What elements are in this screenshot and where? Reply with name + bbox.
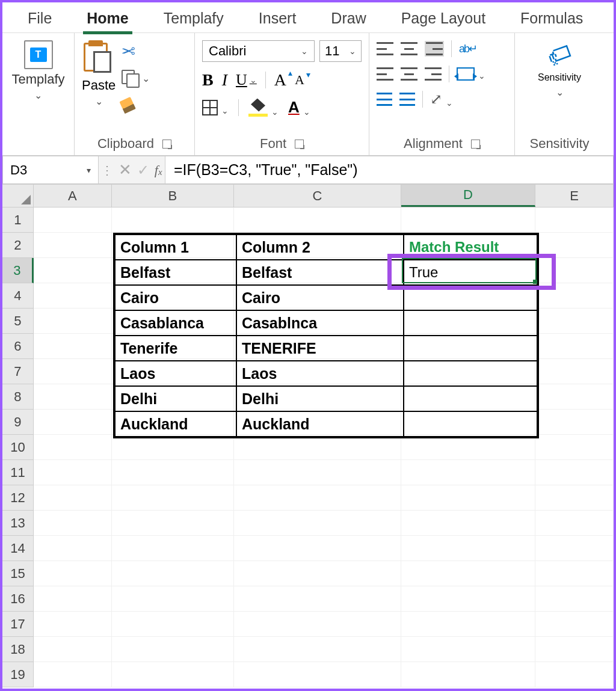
cell[interactable]: [535, 460, 614, 485]
row-header-11[interactable]: 11: [2, 460, 34, 485]
cell[interactable]: [234, 207, 401, 233]
tab-insert[interactable]: Insert: [255, 7, 300, 33]
cell[interactable]: [401, 207, 536, 233]
table-cell[interactable]: Belfast: [115, 260, 236, 285]
row-header-15[interactable]: 15: [2, 561, 34, 586]
cell[interactable]: [401, 511, 536, 536]
col-header-A[interactable]: A: [34, 185, 112, 207]
cell[interactable]: [34, 536, 112, 561]
cell[interactable]: [535, 283, 614, 309]
wrap-text-button[interactable]: ab↵: [459, 42, 476, 55]
cell[interactable]: [34, 460, 112, 485]
table-cell[interactable]: [404, 361, 537, 386]
row-header-19[interactable]: 19: [2, 662, 34, 687]
table-cell[interactable]: Auckland: [115, 411, 236, 437]
formula-input[interactable]: =IF(B3=C3, "True", "False"): [165, 156, 614, 184]
cell[interactable]: [401, 435, 536, 460]
cell[interactable]: [535, 612, 614, 637]
align-right-button[interactable]: [425, 67, 442, 81]
dialog-launcher-icon[interactable]: [295, 140, 304, 149]
italic-button[interactable]: I: [222, 70, 227, 90]
table-cell[interactable]: Cairo: [115, 285, 236, 310]
cell[interactable]: [535, 384, 614, 410]
row-header-13[interactable]: 13: [2, 511, 34, 536]
table-cell[interactable]: Cairo: [236, 285, 404, 310]
cell[interactable]: [535, 410, 614, 435]
templafy-button[interactable]: T Templafy ⌄: [10, 40, 67, 101]
borders-button[interactable]: ⌄: [202, 100, 229, 115]
cell[interactable]: [401, 612, 536, 637]
fill-color-button[interactable]: ⌄: [248, 99, 279, 117]
cell[interactable]: [34, 233, 112, 258]
cell[interactable]: [34, 485, 112, 511]
dialog-launcher-icon[interactable]: [471, 140, 480, 149]
table-cell[interactable]: [404, 411, 537, 437]
tab-page-layout[interactable]: Page Layout: [398, 7, 489, 33]
cell[interactable]: [234, 536, 401, 561]
cell[interactable]: [535, 309, 614, 334]
cell[interactable]: [112, 637, 235, 662]
name-box[interactable]: D3 ▾: [2, 156, 99, 184]
table-cell[interactable]: [404, 386, 537, 411]
bold-button[interactable]: B: [202, 70, 214, 90]
table-cell[interactable]: Casablnca: [236, 310, 404, 336]
orientation-button[interactable]: ⤢⌄: [430, 91, 453, 108]
font-color-button[interactable]: A⌄: [288, 98, 310, 117]
cell[interactable]: [34, 359, 112, 384]
cell[interactable]: [234, 637, 401, 662]
row-header-17[interactable]: 17: [2, 612, 34, 637]
cell[interactable]: [34, 637, 112, 662]
merge-button[interactable]: ⌄: [457, 67, 485, 81]
cancel-formula-button[interactable]: ✕: [119, 161, 132, 179]
table-cell[interactable]: Delhi: [236, 386, 404, 411]
cell[interactable]: [112, 561, 235, 586]
row-header-9[interactable]: 9: [2, 410, 34, 435]
cell[interactable]: [535, 586, 614, 612]
cell[interactable]: [34, 561, 112, 586]
cell[interactable]: [535, 662, 614, 687]
cell[interactable]: [34, 410, 112, 435]
cell[interactable]: [401, 637, 536, 662]
cell[interactable]: [234, 485, 401, 511]
dialog-launcher-icon[interactable]: [162, 140, 171, 149]
cell[interactable]: [535, 511, 614, 536]
col-header-D[interactable]: D: [401, 185, 536, 207]
cell[interactable]: [34, 283, 112, 309]
drag-handle-icon[interactable]: ⋮: [101, 163, 113, 177]
table-cell[interactable]: Casablanca: [115, 310, 236, 336]
table-cell[interactable]: True: [404, 260, 537, 285]
cell[interactable]: [112, 586, 235, 612]
copy-button[interactable]: ⌄: [122, 70, 150, 87]
cell[interactable]: [34, 612, 112, 637]
row-header-8[interactable]: 8: [2, 384, 34, 410]
cell[interactable]: [34, 384, 112, 410]
cell[interactable]: [401, 536, 536, 561]
cell[interactable]: [112, 662, 235, 687]
insert-function-button[interactable]: fx: [155, 162, 162, 178]
row-header-3[interactable]: 3: [2, 258, 34, 283]
align-middle-button[interactable]: [401, 42, 417, 55]
table-cell[interactable]: [404, 285, 537, 310]
cell[interactable]: [34, 309, 112, 334]
row-header-1[interactable]: 1: [2, 207, 34, 233]
cell[interactable]: [535, 207, 614, 233]
row-header-16[interactable]: 16: [2, 586, 34, 612]
align-top-button[interactable]: [377, 42, 393, 55]
cell[interactable]: [112, 612, 235, 637]
accept-formula-button[interactable]: ✓: [137, 162, 149, 179]
col-header-E[interactable]: E: [535, 185, 614, 207]
decrease-font-button[interactable]: A▾: [295, 72, 304, 88]
cell[interactable]: [234, 561, 401, 586]
tab-templafy[interactable]: Templafy: [160, 7, 227, 33]
cell[interactable]: [34, 258, 112, 283]
table-cell[interactable]: Tenerife: [115, 336, 236, 361]
font-size-selector[interactable]: 11 ⌄: [319, 40, 362, 62]
cell[interactable]: [535, 435, 614, 460]
row-header-7[interactable]: 7: [2, 359, 34, 384]
table-cell[interactable]: Belfast: [236, 260, 404, 285]
font-name-selector[interactable]: Calibri ⌄: [202, 40, 315, 62]
cell[interactable]: [234, 612, 401, 637]
cell[interactable]: [234, 511, 401, 536]
table-cell[interactable]: Delhi: [115, 386, 236, 411]
table-cell[interactable]: Laos: [115, 361, 236, 386]
